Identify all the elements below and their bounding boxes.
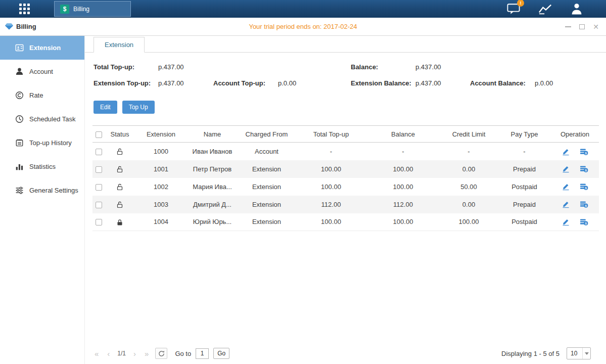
account-icon — [15, 67, 24, 76]
edit-icon[interactable] — [562, 217, 570, 226]
apps-grid-icon[interactable] — [19, 4, 30, 14]
sliders-icon — [15, 186, 24, 195]
summary-value: p.437.00 — [415, 79, 441, 87]
sidebar-item-general-settings[interactable]: General Settings — [0, 178, 84, 202]
row-checkbox[interactable] — [96, 184, 102, 191]
sidebar-item-label: Statistics — [29, 163, 56, 170]
row-checkbox[interactable] — [96, 149, 102, 155]
displaying-text: Displaying 1 - 5 of 5 — [501, 350, 560, 357]
balance-cell: 100.00 — [366, 178, 440, 196]
col-status: Status — [105, 126, 135, 143]
col-balance: Balance — [366, 126, 440, 143]
account-balance-summary: Account Balance:p.0.00 — [470, 79, 606, 87]
sidebar-item-label: Account — [29, 68, 53, 75]
row-checkbox[interactable] — [96, 166, 102, 173]
account-topup-summary: Account Top-up:p.0.00 — [213, 79, 351, 87]
content: Extension Account Rate Scheduled Task To… — [0, 36, 606, 364]
balance-cell: - — [366, 143, 440, 160]
sidebar-item-extension[interactable]: Extension — [0, 36, 84, 60]
billing-tab-label: Billing — [73, 6, 89, 13]
charged-from-cell: Extension — [238, 160, 296, 178]
col-total-topup: Total Top-up — [296, 126, 366, 143]
extension-icon — [15, 43, 24, 52]
credit-limit-cell: 100.00 — [440, 213, 498, 231]
pay-type-cell: Prepaid — [498, 196, 551, 213]
os-topbar: $ Billing ! — [0, 0, 606, 18]
charged-from-cell: Extension — [238, 196, 296, 213]
window-title: Billing — [16, 23, 36, 30]
go-button[interactable]: Go — [213, 348, 229, 359]
edit-icon[interactable] — [562, 183, 570, 191]
summary-value: p.0.00 — [278, 79, 296, 87]
topup-icon[interactable] — [580, 217, 588, 226]
topup-icon[interactable] — [580, 183, 588, 191]
prev-page-button[interactable]: ‹ — [105, 349, 112, 358]
page-indicator: 1/1 — [117, 350, 126, 357]
trial-notice: Your trial period ends on: 2017-02-24 — [0, 23, 606, 30]
goto-page-input[interactable] — [196, 348, 209, 359]
notification-badge: ! — [517, 0, 524, 7]
unlock-icon — [116, 165, 123, 172]
minimize-icon[interactable] — [565, 26, 571, 27]
billing-diamond-icon — [5, 23, 13, 30]
total-topup-cell: 100.00 — [296, 213, 366, 231]
chevron-down-icon — [582, 348, 590, 359]
col-credit-limit: Credit Limit — [440, 126, 498, 143]
user-icon[interactable] — [571, 3, 583, 15]
name-cell: Мария Ива... — [187, 178, 238, 196]
col-pay-type: Pay Type — [498, 126, 551, 143]
topup-icon[interactable] — [580, 165, 588, 173]
page-size-value: 10 — [567, 350, 582, 357]
sidebar-item-account[interactable]: Account — [0, 60, 84, 83]
main-panel: Extension Total Top-up:p.437.00 Balance:… — [85, 36, 606, 364]
goto-label: Go to — [175, 350, 191, 357]
close-icon[interactable]: ✕ — [593, 23, 599, 30]
billing-app-tab[interactable]: $ Billing — [54, 1, 131, 17]
first-page-button[interactable]: « — [92, 349, 101, 358]
row-checkbox[interactable] — [96, 202, 102, 208]
pagination-right: Displaying 1 - 5 of 5 10 — [501, 347, 591, 359]
sidebar-item-topup-history[interactable]: Top-up History — [0, 131, 84, 155]
topup-icon[interactable] — [580, 147, 588, 156]
col-operation: Operation — [551, 126, 599, 143]
select-all-checkbox[interactable] — [96, 131, 102, 138]
status-cell — [105, 178, 135, 196]
statistics-icon — [15, 162, 24, 171]
top-up-button[interactable]: Top Up — [122, 101, 155, 114]
status-cell — [105, 213, 135, 231]
sidebar-item-rate[interactable]: Rate — [0, 83, 84, 107]
summary-label: Balance: — [351, 63, 415, 71]
operation-cell — [551, 178, 599, 196]
lock-icon — [116, 218, 123, 225]
sidebar-item-label: Rate — [29, 92, 43, 99]
row-checkbox[interactable] — [96, 219, 102, 225]
last-page-button[interactable]: » — [143, 349, 151, 358]
total-topup-summary: Total Top-up:p.437.00 — [94, 63, 213, 71]
edit-icon[interactable] — [562, 200, 570, 209]
sidebar-item-statistics[interactable]: Statistics — [0, 155, 84, 178]
page-size-select[interactable]: 10 — [567, 347, 591, 359]
sidebar-item-label: Extension — [29, 44, 61, 52]
refresh-button[interactable] — [155, 348, 167, 359]
charged-from-cell: Extension — [238, 178, 296, 196]
credit-limit-cell: 50.00 — [440, 178, 498, 196]
edit-button[interactable]: Edit — [94, 101, 117, 114]
summary-label: Total Top-up: — [94, 63, 158, 71]
topbar-icons: ! — [507, 0, 583, 18]
extension-cell: 1002 — [135, 178, 187, 196]
tab-extension[interactable]: Extension — [94, 37, 145, 53]
window-title-group: Billing — [5, 23, 36, 30]
sidebar-item-scheduled-task[interactable]: Scheduled Task — [0, 107, 84, 131]
edit-icon[interactable] — [562, 165, 570, 173]
edit-icon[interactable] — [562, 147, 570, 156]
topup-icon[interactable] — [580, 200, 588, 209]
name-cell: Петр Петров — [187, 160, 238, 178]
extension-cell: 1000 — [135, 143, 187, 160]
table-row: 1001 Петр Петров Extension 100.00 100.00… — [92, 160, 599, 178]
maximize-icon[interactable] — [579, 24, 585, 29]
credit-limit-cell: 0.00 — [440, 196, 498, 213]
chart-icon[interactable] — [538, 3, 552, 15]
next-page-button[interactable]: › — [131, 349, 138, 358]
chat-icon[interactable]: ! — [507, 3, 520, 15]
unlock-icon — [116, 200, 123, 208]
